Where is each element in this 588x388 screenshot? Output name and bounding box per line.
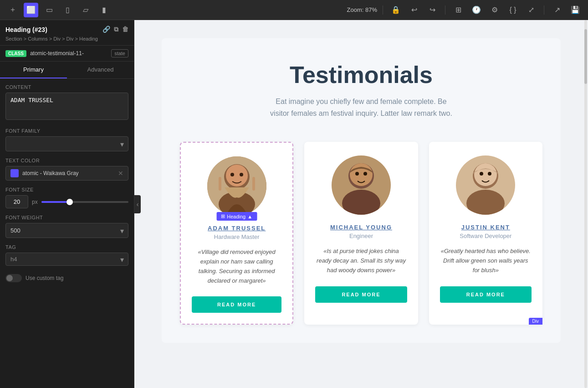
font-size-slider[interactable] xyxy=(41,201,128,203)
card-3-btn[interactable]: READ MORE xyxy=(440,286,532,303)
content-input[interactable] xyxy=(5,93,128,120)
card-2-btn[interactable]: READ MORE xyxy=(315,286,407,303)
color-field[interactable]: atomic - Waikawa Gray ✕ xyxy=(5,166,128,181)
card-3-quote: «Greatly hearted has who believe. Drift … xyxy=(440,247,532,275)
top-toolbar: ＋ ⬜ ▭ ▯ ▱ ▮ Zoom: 87% 🔒 ↩ ↪ ⊞ 🕐 ⚙ { } ⤢ … xyxy=(0,0,588,20)
panel-title-row: Heading (#23) 🔗 ⧉ 🗑 xyxy=(5,26,128,33)
section-title: Testimonials xyxy=(180,61,542,88)
settings-icon[interactable]: ⚙ xyxy=(487,3,502,17)
desktop-icon[interactable]: ⬜ xyxy=(24,3,38,17)
tab-primary[interactable]: Primary xyxy=(0,62,67,78)
use-custom-tag-toggle[interactable] xyxy=(5,274,22,282)
card-1-btn[interactable]: READ MORE xyxy=(192,296,281,313)
main-layout: Heading (#23) 🔗 ⧉ 🗑 Section > Columns > … xyxy=(0,20,588,388)
font-family-field: Font Family xyxy=(5,128,128,151)
clock-icon[interactable]: 🕐 xyxy=(469,3,484,17)
section-subtitle: Eat imagine you chiefly few and female c… xyxy=(266,96,457,119)
text-color-label: Text Color xyxy=(5,158,128,163)
undo-icon[interactable]: ↩ xyxy=(407,3,421,17)
export-icon[interactable]: ↗ xyxy=(550,3,564,17)
grid-icon[interactable]: ⊞ xyxy=(451,3,465,17)
font-weight-select[interactable]: 500 xyxy=(5,223,128,238)
copy-icon[interactable]: ⧉ xyxy=(114,26,118,33)
use-custom-tag-label: Use custom tag xyxy=(26,275,63,281)
svg-rect-6 xyxy=(219,177,221,191)
font-family-label: Font Family xyxy=(5,128,128,134)
svg-point-13 xyxy=(363,172,367,176)
div-label: Div xyxy=(529,318,542,325)
svg-point-4 xyxy=(230,173,234,176)
card-2-quote: «Is at purse tried jokes china ready dec… xyxy=(315,247,407,275)
save-icon[interactable]: 💾 xyxy=(568,3,583,17)
svg-point-18 xyxy=(480,172,483,176)
heading-grid-icon: ⊞ xyxy=(221,213,225,219)
toolbar-separator-2 xyxy=(445,5,445,15)
avatar-1-svg xyxy=(207,156,266,216)
card-3[interactable]: JUSTIN KENT Software Developer «Greatly … xyxy=(429,142,542,325)
card-1-name: ADAM TRUSSEL xyxy=(192,225,281,232)
heading-chevron-icon: ▲ xyxy=(247,214,252,219)
heading-badge-label: Heading xyxy=(227,214,245,219)
font-weight-select-wrapper: 500 xyxy=(5,223,128,238)
heading-badge: ⊞ Heading ▲ xyxy=(216,212,257,221)
expand-icon[interactable]: ⤢ xyxy=(524,3,538,17)
color-remove-icon[interactable]: ✕ xyxy=(118,170,123,177)
delete-icon[interactable]: 🗑 xyxy=(122,26,128,33)
panel-header: Heading (#23) 🔗 ⧉ 🗑 Section > Columns > … xyxy=(0,20,134,46)
toolbar-right: Zoom: 87% 🔒 ↩ ↪ ⊞ 🕐 ⚙ { } ⤢ ↗ 💾 xyxy=(347,3,583,17)
text-color-field: Text Color atomic - Waikawa Gray ✕ xyxy=(5,158,128,181)
breadcrumb: Section > Columns > Div > Div > Heading xyxy=(5,36,128,41)
card-1[interactable]: ⊞ Heading ▲ ADAM TRUSSEL Hardware Master… xyxy=(180,142,293,325)
tab-advanced[interactable]: Advanced xyxy=(67,62,134,78)
class-name: atomic-testimonial-11- xyxy=(30,50,107,57)
font-size-input[interactable] xyxy=(5,195,28,208)
tag-select[interactable]: h4 xyxy=(5,253,128,266)
toggle-thumb xyxy=(6,275,13,281)
tablet-icon[interactable]: ▯ xyxy=(60,3,75,17)
card-2[interactable]: MICHAEL YOUNG Engineer «Is at purse trie… xyxy=(304,142,418,325)
card-1-title: Hardware Master xyxy=(192,233,281,240)
code-icon[interactable]: { } xyxy=(506,3,520,17)
redo-icon[interactable]: ↪ xyxy=(425,3,440,17)
add-icon[interactable]: ＋ xyxy=(5,3,20,17)
card-2-title: Engineer xyxy=(315,233,407,239)
canvas-scrollbar[interactable] xyxy=(584,20,587,388)
avatar-2 xyxy=(332,155,391,215)
laptop-icon[interactable]: ▭ xyxy=(42,3,56,17)
font-weight-label: Font Weight xyxy=(5,215,128,220)
use-custom-tag-row: Use custom tag xyxy=(5,272,128,284)
tag-field: Tag h4 xyxy=(5,244,128,266)
color-value: atomic - Waikawa Gray xyxy=(22,170,114,176)
content-label: Content xyxy=(5,84,128,90)
panel-title-text: Heading (#23) xyxy=(5,26,47,33)
panel-tabs: Primary Advanced xyxy=(0,62,134,79)
font-family-select-wrapper xyxy=(5,136,128,151)
slider-fill xyxy=(41,201,67,203)
slider-thumb xyxy=(66,199,73,205)
avatar-3-svg xyxy=(456,155,515,215)
mobile-icon[interactable]: ▱ xyxy=(78,3,93,17)
card-2-name: MICHAEL YOUNG xyxy=(315,224,407,231)
svg-point-5 xyxy=(240,173,243,176)
canvas-area: Testimonials Eat imagine you chiefly few… xyxy=(134,20,588,388)
font-size-unit: px xyxy=(32,199,38,205)
font-family-select[interactable] xyxy=(5,136,128,151)
font-size-label: Font Size xyxy=(5,187,128,192)
collapse-panel-handle[interactable] xyxy=(134,195,141,213)
color-swatch xyxy=(10,169,19,177)
avatar-2-svg xyxy=(332,155,391,215)
panel-title-icons: 🔗 ⧉ 🗑 xyxy=(102,26,128,33)
class-badge: CLASS xyxy=(5,50,26,57)
testimonials-section: Testimonials Eat imagine you chiefly few… xyxy=(162,38,561,343)
phone-icon[interactable]: ▮ xyxy=(97,3,111,17)
state-button[interactable]: state xyxy=(111,49,128,57)
left-panel: Heading (#23) 🔗 ⧉ 🗑 Section > Columns > … xyxy=(0,20,134,388)
svg-point-19 xyxy=(488,172,491,176)
lock-icon[interactable]: 🔒 xyxy=(389,3,403,17)
panel-content: Content Font Family Text Color atomic - … xyxy=(0,79,134,290)
avatar-3 xyxy=(456,155,515,215)
link-icon[interactable]: 🔗 xyxy=(102,26,110,33)
svg-point-12 xyxy=(355,172,359,176)
font-size-row: px xyxy=(5,195,128,208)
avatar-1 xyxy=(207,156,266,216)
